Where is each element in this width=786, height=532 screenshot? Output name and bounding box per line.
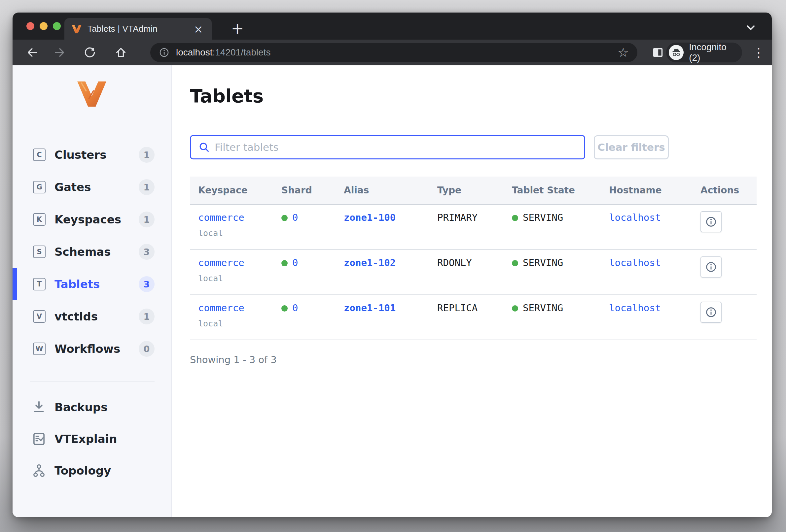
actions-cell bbox=[700, 212, 757, 238]
minimize-window-button[interactable] bbox=[40, 22, 48, 30]
page-title: Tablets bbox=[190, 85, 772, 106]
back-button[interactable] bbox=[26, 47, 38, 58]
window-controls bbox=[26, 22, 61, 30]
cluster-name: local bbox=[198, 228, 281, 238]
count-badge: 0 bbox=[139, 341, 155, 357]
keyspace-link[interactable]: commerce bbox=[198, 302, 245, 314]
state-value: SERVING bbox=[523, 212, 563, 223]
alias-link[interactable]: zone1-102 bbox=[344, 257, 396, 268]
keyspace-link[interactable]: commerce bbox=[198, 212, 245, 223]
count-badge: 1 bbox=[139, 309, 155, 324]
sidebar-item-label: Backups bbox=[54, 401, 107, 414]
sidebar-item-label: Schemas bbox=[54, 245, 111, 259]
row-info-button[interactable] bbox=[700, 257, 722, 277]
filter-tablets-input[interactable] bbox=[215, 141, 577, 153]
count-badge: 3 bbox=[139, 276, 155, 292]
table-header-row: Keyspace Shard Alias Type Tablet State H… bbox=[190, 176, 757, 204]
home-button[interactable] bbox=[115, 47, 127, 58]
sidebar-item-workflows[interactable]: W Workflows 0 bbox=[13, 333, 171, 365]
hostname-link[interactable]: localhost bbox=[609, 302, 661, 314]
sidebar-item-vtexplain[interactable]: VTExplain bbox=[13, 423, 171, 455]
sidebar-item-backups[interactable]: Backups bbox=[13, 391, 171, 423]
vtexplain-document-icon bbox=[32, 432, 46, 446]
serving-status-dot bbox=[512, 215, 518, 221]
workflows-icon: W bbox=[33, 343, 46, 355]
clear-filters-button[interactable]: Clear filters bbox=[594, 135, 669, 160]
browser-menu-button[interactable]: ⋮ bbox=[752, 45, 765, 60]
count-badge: 3 bbox=[139, 244, 155, 260]
site-info-icon[interactable] bbox=[159, 47, 169, 58]
count-badge: 1 bbox=[139, 212, 155, 227]
shard-link[interactable]: 0 bbox=[292, 302, 298, 314]
incognito-label: Incognito (2) bbox=[689, 42, 739, 63]
shard-cell: 0 bbox=[281, 212, 344, 238]
hostname-cell: localhost bbox=[609, 302, 700, 329]
column-header: Hostname bbox=[609, 185, 700, 196]
column-header: Tablet State bbox=[512, 185, 609, 196]
sidebar-item-keyspaces[interactable]: K Keyspaces 1 bbox=[13, 203, 171, 236]
close-tab-icon[interactable]: × bbox=[192, 23, 205, 35]
sidebar: C Clusters 1 G Gates 1 K Keyspaces 1 S S… bbox=[13, 65, 172, 517]
hostname-link[interactable]: localhost bbox=[609, 212, 661, 223]
sidebar-item-topology[interactable]: Topology bbox=[13, 455, 171, 486]
filter-box bbox=[190, 135, 585, 160]
shard-status-dot bbox=[281, 215, 288, 221]
sidebar-item-tablets[interactable]: T Tablets 3 bbox=[13, 268, 171, 300]
browser-window: Tablets | VTAdmin × + localhos bbox=[13, 13, 772, 517]
hostname-cell: localhost bbox=[609, 257, 700, 283]
new-tab-button[interactable]: + bbox=[229, 20, 246, 37]
shard-cell: 0 bbox=[281, 302, 344, 329]
close-window-button[interactable] bbox=[26, 22, 34, 30]
column-header: Shard bbox=[281, 185, 344, 196]
actions-cell bbox=[700, 257, 757, 283]
fullscreen-window-button[interactable] bbox=[53, 22, 61, 30]
keyspaces-icon: K bbox=[33, 213, 46, 226]
shard-link[interactable]: 0 bbox=[292, 257, 298, 268]
side-panel-icon[interactable] bbox=[652, 46, 664, 59]
keyspace-link[interactable]: commerce bbox=[198, 257, 245, 268]
bookmark-star-icon[interactable]: ☆ bbox=[618, 46, 629, 59]
table-row: commerce local 0 zone1-101 REPLICA SERVI… bbox=[190, 295, 757, 340]
state-cell: SERVING bbox=[512, 212, 609, 238]
gates-icon: G bbox=[33, 181, 46, 193]
cluster-name: local bbox=[198, 273, 281, 283]
row-info-button[interactable] bbox=[700, 301, 722, 323]
state-value: SERVING bbox=[523, 257, 563, 268]
cluster-name: local bbox=[198, 319, 281, 329]
sidebar-item-label: Topology bbox=[54, 464, 111, 477]
alias-link[interactable]: zone1-101 bbox=[344, 302, 396, 314]
sidebar-item-label: vtctlds bbox=[54, 310, 98, 323]
sidebar-item-vtctlds[interactable]: V vtctlds 1 bbox=[13, 300, 171, 333]
info-icon bbox=[706, 216, 717, 227]
column-header: Actions bbox=[700, 185, 757, 196]
sidebar-item-gates[interactable]: G Gates 1 bbox=[13, 171, 171, 203]
sidebar-divider bbox=[30, 382, 155, 382]
alias-link[interactable]: zone1-100 bbox=[344, 212, 396, 223]
keyspace-cell: commerce local bbox=[190, 257, 281, 283]
url-host: localhost bbox=[176, 47, 213, 57]
keyspace-cell: commerce local bbox=[190, 302, 281, 329]
state-value: SERVING bbox=[523, 302, 563, 314]
hostname-cell: localhost bbox=[609, 212, 700, 238]
sidebar-item-clusters[interactable]: C Clusters 1 bbox=[13, 139, 171, 171]
vitess-logo bbox=[77, 81, 106, 107]
column-header: Type bbox=[437, 185, 512, 196]
tab-search-chevron-icon[interactable] bbox=[744, 21, 757, 34]
sidebar-item-label: Clusters bbox=[54, 148, 106, 161]
tab-title: Tablets | VTAdmin bbox=[88, 24, 192, 34]
column-header: Alias bbox=[344, 185, 437, 196]
tablets-table: Keyspace Shard Alias Type Tablet State H… bbox=[190, 176, 757, 340]
browser-tab[interactable]: Tablets | VTAdmin × bbox=[64, 18, 212, 40]
actions-cell bbox=[700, 302, 757, 329]
url-text: localhost:14201/tablets bbox=[176, 47, 271, 58]
shard-link[interactable]: 0 bbox=[292, 212, 298, 223]
row-info-button[interactable] bbox=[700, 211, 722, 232]
address-bar[interactable]: localhost:14201/tablets ☆ bbox=[150, 43, 638, 62]
hostname-link[interactable]: localhost bbox=[609, 257, 661, 268]
sidebar-item-schemas[interactable]: S Schemas 3 bbox=[13, 236, 171, 268]
type-cell: REPLICA bbox=[437, 302, 512, 329]
reload-button[interactable] bbox=[84, 47, 96, 58]
forward-button[interactable] bbox=[53, 47, 65, 58]
tab-bar: Tablets | VTAdmin × + bbox=[13, 13, 772, 40]
sidebar-item-label: Workflows bbox=[54, 342, 120, 356]
